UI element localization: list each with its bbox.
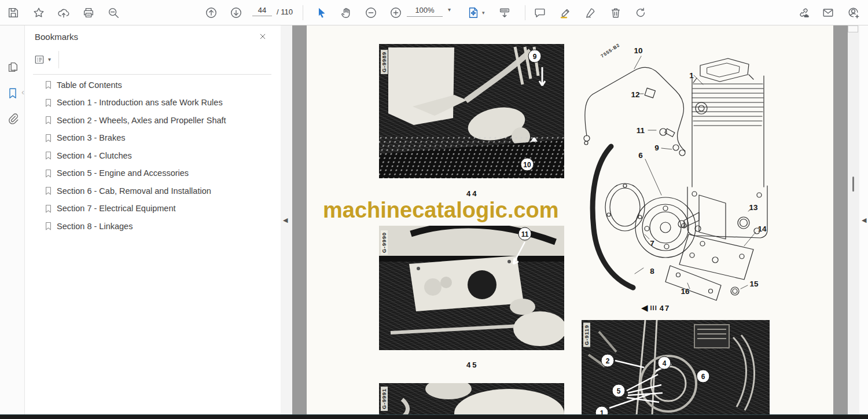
zoom-level-value: 100% <box>407 6 443 17</box>
share-upload-button[interactable] <box>54 3 73 23</box>
highlighter-icon <box>559 6 572 19</box>
bookmark-item-section8[interactable]: Section 8 - Linkages <box>25 218 279 234</box>
cursor-icon <box>315 6 328 19</box>
email-button[interactable] <box>818 3 838 23</box>
rotate-button[interactable] <box>631 3 650 23</box>
callout-12: 12 <box>631 90 639 99</box>
zoom-in-button[interactable] <box>386 3 406 23</box>
zoom-out-button[interactable] <box>361 3 381 23</box>
bookmark-item-section4[interactable]: Section 4 - Clutches <box>25 147 279 164</box>
fit-width-icon <box>498 6 511 19</box>
fit-width-button[interactable] <box>495 3 514 23</box>
callout-2: 2 <box>601 354 615 367</box>
chevron-down-icon: ▾ <box>48 57 51 63</box>
document-viewport[interactable]: G-9989 910 44 machinecatalogic.com <box>292 25 848 414</box>
bookmark-label: Section 6 - Cab, Removal and Installatio… <box>57 186 211 196</box>
bookmark-icon <box>43 168 53 178</box>
bookmark-options-button[interactable]: ▾ <box>34 52 58 67</box>
bookmark-item-section1[interactable]: Section 1 - Introduction ans safe Work R… <box>25 94 279 111</box>
bookmark-label: Section 8 - Linkages <box>57 222 133 231</box>
close-icon <box>259 32 267 41</box>
favorite-button[interactable] <box>29 3 49 23</box>
scrollbar-button[interactable] <box>848 25 858 32</box>
callout-1: 1 <box>595 406 609 416</box>
sign-button[interactable] <box>580 3 600 23</box>
arrow-left-icon: ◀ <box>641 303 648 313</box>
callout-4: 4 <box>658 356 671 370</box>
callout-15: 15 <box>749 280 758 288</box>
next-page-button[interactable] <box>226 3 246 23</box>
figure-47-caption: ◀ lll 47 <box>641 303 670 313</box>
callout-5: 5 <box>612 384 626 398</box>
bookmark-label: Section 7 - Electrical Equipment <box>57 204 176 213</box>
bookmark-icon <box>43 133 53 143</box>
bookmark-icon <box>43 98 53 108</box>
rotate-icon <box>634 6 647 19</box>
callout-10: 10 <box>521 158 534 171</box>
bookmark-icon <box>43 150 53 160</box>
bookmark-item-section5[interactable]: Section 5 - Engine and Accessories <box>25 165 279 182</box>
callout-10: 10 <box>634 46 642 55</box>
scan-code-label: G-9119 <box>583 323 590 347</box>
delete-button[interactable] <box>606 3 626 23</box>
zoom-level-dropdown[interactable]: 100% ▾ <box>407 5 451 17</box>
bookmark-item-toc[interactable]: Table of Contents <box>25 76 279 93</box>
callout-6: 6 <box>638 151 643 160</box>
vertical-scrollbar[interactable] <box>848 25 859 414</box>
pages-icon <box>6 61 19 73</box>
bottom-bar <box>0 414 868 419</box>
select-tool-button[interactable] <box>312 3 332 23</box>
share-link-button[interactable] <box>794 3 814 23</box>
chevron-down-icon: ▾ <box>448 7 451 13</box>
right-gutter: ◀ <box>859 25 868 414</box>
fit-page-button[interactable] <box>464 3 483 23</box>
bookmark-item-section2[interactable]: Section 2 - Wheels, Axles and Propeller … <box>25 112 279 128</box>
print-button[interactable] <box>79 3 98 23</box>
hand-icon <box>340 6 352 19</box>
rail-pages-button[interactable] <box>5 59 21 75</box>
rail-bookmarks-button[interactable] <box>5 85 21 101</box>
bookmark-item-section3[interactable]: Section 3 - Brakes <box>25 130 279 146</box>
figure-46-photo: G-9991 <box>379 383 564 415</box>
panel-pointer-icon: ‹ <box>21 87 24 97</box>
chevron-down-icon[interactable]: ▾ <box>482 10 485 16</box>
account-add-button[interactable] <box>844 3 863 23</box>
plus-circle-icon <box>389 6 402 19</box>
bookmark-icon <box>6 87 19 100</box>
scrollbar-thumb[interactable] <box>852 177 854 192</box>
search-icon <box>107 6 120 19</box>
figure-47-diagram: 7555-B2 1011211961314781516 <box>579 43 775 304</box>
search-button[interactable] <box>104 3 123 23</box>
bookmark-icon <box>43 115 53 125</box>
callout-7: 7 <box>650 239 654 248</box>
callout-11: 11 <box>518 227 532 241</box>
close-panel-button[interactable] <box>256 30 269 43</box>
bookmark-item-section7[interactable]: Section 7 - Electrical Equipment <box>25 200 279 217</box>
bookmark-label: Section 4 - Clutches <box>57 151 132 160</box>
tally-marks: lll <box>650 304 657 311</box>
mail-icon <box>822 6 834 19</box>
bookmark-icon <box>43 186 53 196</box>
trash-icon <box>609 6 622 19</box>
comment-icon <box>534 6 546 19</box>
divider <box>58 51 59 68</box>
scan-code-label: G-9991 <box>381 387 388 411</box>
page-number-field[interactable] <box>252 5 273 16</box>
page-number-input[interactable] <box>252 6 272 16</box>
rail-attachments-button[interactable] <box>5 111 21 127</box>
fit-page-icon <box>467 6 480 19</box>
previous-page-button[interactable] <box>201 3 221 23</box>
collapse-panel-arrow[interactable]: ◀ <box>283 216 288 224</box>
signature-pen-icon <box>584 6 597 19</box>
hand-tool-button[interactable] <box>336 3 356 23</box>
bookmark-item-section6[interactable]: Section 6 - Cab, Removal and Installatio… <box>25 182 279 199</box>
collapse-right-arrow[interactable]: ◀ <box>862 216 866 224</box>
highlight-button[interactable] <box>556 3 575 23</box>
toolbar: / 110 100% ▾ ▾ <box>0 0 868 25</box>
comment-button[interactable] <box>530 3 550 23</box>
save-button[interactable] <box>3 3 23 23</box>
figure-48-photo: G-9119 24651 <box>582 320 770 415</box>
figure-45-caption: 45 <box>466 361 478 369</box>
printer-icon <box>82 6 95 19</box>
callout-1: 1 <box>689 71 694 80</box>
